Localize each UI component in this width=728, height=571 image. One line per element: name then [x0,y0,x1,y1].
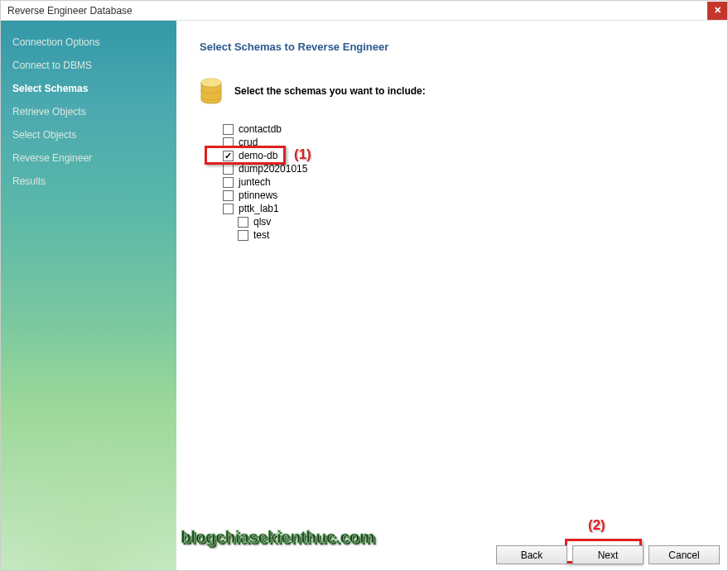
database-icon [200,78,223,104]
body: Connection Options Connect to DBMS Selec… [1,21,727,570]
checkbox-demo-db[interactable] [223,151,234,161]
window-title: Reverse Engineer Database [7,5,133,17]
page-title: Select Schemas to Reverse Engineer [200,41,704,53]
schema-item-test: test [238,228,704,242]
watermark-text: blogchiasekienthuc.com [181,527,374,547]
checkbox-test[interactable] [238,230,248,241]
checkbox-dump[interactable] [223,164,234,175]
schema-list: contactdb crud demo-db dump20201015 junt… [223,122,704,242]
sidebar: Connection Options Connect to DBMS Selec… [1,21,176,570]
schema-label: dump20201015 [239,163,307,175]
schema-item-dump: dump20201015 [223,162,704,175]
annotation-label-2: (2) [588,517,605,534]
cancel-button[interactable]: Cancel [648,545,720,564]
main-panel: Select Schemas to Reverse Engineer Selec… [176,21,727,570]
footer-buttons: Back Next Cancel [496,545,720,564]
annotation-label-1: (1) [294,146,311,163]
checkbox-ptinnews[interactable] [223,190,234,201]
titlebar: Reverse Engineer Database ✕ [1,1,727,21]
schema-label: test [253,229,269,241]
schema-label: demo-db [239,150,277,161]
schema-label: ptinnews [239,190,277,201]
svg-point-1 [201,79,221,87]
checkbox-contactdb[interactable] [223,124,234,135]
sidebar-item-select-schemas[interactable]: Select Schemas [1,77,176,100]
close-button[interactable]: ✕ [707,2,727,20]
close-icon: ✕ [714,5,721,16]
schema-item-qlsv: qlsv [238,215,704,228]
sidebar-item-reverse-engineer[interactable]: Reverse Engineer [1,146,176,170]
instruction-row: Select the schemas you want to include: [200,78,704,104]
sidebar-item-retrieve-objects[interactable]: Retrieve Objects [1,100,176,123]
sidebar-item-connection-options[interactable]: Connection Options [1,31,176,54]
checkbox-pttk-lab1[interactable] [223,204,234,214]
schema-item-juntech: juntech [223,175,704,189]
wizard-window: Reverse Engineer Database ✕ Connection O… [0,0,728,571]
schema-item-ptinnews: ptinnews [223,189,704,202]
checkbox-juntech[interactable] [223,177,234,188]
next-button[interactable]: Next [572,545,644,564]
schema-label: crud [239,137,258,148]
checkbox-qlsv[interactable] [238,217,248,228]
schema-label: juntech [239,176,271,188]
sidebar-item-connect-dbms[interactable]: Connect to DBMS [1,54,176,77]
back-button[interactable]: Back [496,545,567,564]
schema-item-pttk-lab1: pttk_lab1 [223,202,704,215]
schema-label: pttk_lab1 [239,203,279,214]
checkbox-crud[interactable] [223,137,234,148]
schema-label: qlsv [253,216,271,228]
sidebar-item-results[interactable]: Results [1,170,176,193]
instruction-text: Select the schemas you want to include: [234,85,426,97]
schema-item-contactdb: contactdb [223,122,704,136]
schema-label: contactdb [239,123,282,135]
sidebar-item-select-objects[interactable]: Select Objects [1,123,176,146]
